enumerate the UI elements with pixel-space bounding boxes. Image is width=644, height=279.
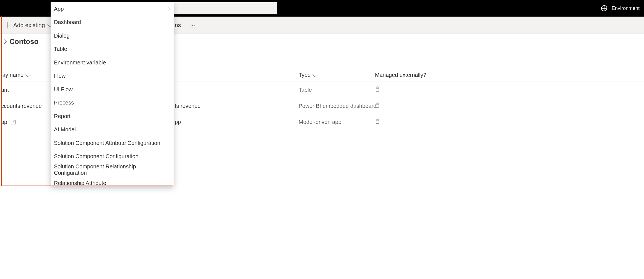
menu-item-label: Solution Component Configuration <box>54 153 139 160</box>
cell-display-name-text: pp <box>1 119 7 125</box>
cell-display-name: pp <box>1 119 15 125</box>
menu-item-ui-flow[interactable]: UI Flow <box>51 83 174 96</box>
cell-display-name: ccounts revenue <box>1 103 42 109</box>
cell-type: Power BI embedded dashboard <box>299 103 376 109</box>
environment-switcher[interactable]: Environment <box>601 5 644 11</box>
environment-label: Environment <box>612 6 640 11</box>
open-external-icon[interactable] <box>11 120 15 124</box>
menu-list: App Dashboard Dialog Table Environment v… <box>51 2 174 186</box>
plus-icon <box>5 22 11 28</box>
column-type-label: Type <box>299 72 311 78</box>
column-type[interactable]: Type <box>299 72 317 78</box>
header-left-gap <box>0 0 51 17</box>
cell-type: Table <box>299 87 312 93</box>
cell-type: Model-driven app <box>299 119 341 125</box>
chevron-right-icon <box>166 7 170 11</box>
cell-display-name-partial: ts revenue <box>175 103 200 109</box>
menu-item-label: Environment variable <box>54 59 106 66</box>
menu-item-table[interactable]: Table <box>51 43 174 56</box>
menu-item-label: Dialog <box>54 33 70 39</box>
command-partial-text: ns <box>175 22 181 28</box>
menu-item-dashboard[interactable]: Dashboard <box>51 16 174 29</box>
column-display-name-label: lay name <box>1 72 24 78</box>
menu-item-dialog[interactable]: Dialog <box>51 29 174 43</box>
add-existing-label: Add existing <box>13 22 45 28</box>
menu-item-relationship-attribute[interactable]: Relationship Attribute <box>51 177 174 186</box>
column-managed-externally[interactable]: Managed externally? <box>375 72 426 78</box>
chevron-down-icon <box>313 72 318 77</box>
lock-icon <box>375 102 380 109</box>
chevron-right-icon <box>2 39 7 44</box>
lock-icon <box>375 118 380 125</box>
menu-item-flow[interactable]: Flow <box>51 69 174 83</box>
menu-item-environment-variable[interactable]: Environment variable <box>51 56 174 69</box>
menu-item-sc-attr-config[interactable]: Solution Component Attribute Configurati… <box>51 136 174 150</box>
add-existing-button[interactable]: Add existing <box>0 17 56 33</box>
menu-item-label: App <box>54 6 64 12</box>
globe-icon <box>601 5 607 11</box>
menu-item-label: Process <box>54 100 74 106</box>
menu-item-label: Dashboard <box>54 19 81 25</box>
lock-icon <box>375 86 380 93</box>
menu-item-label: Solution Component Attribute Configurati… <box>54 140 160 146</box>
menu-item-label: UI Flow <box>54 86 73 93</box>
menu-item-app[interactable]: App <box>51 2 174 16</box>
menu-item-label: AI Model <box>54 126 76 133</box>
menu-item-sc-config[interactable]: Solution Component Configuration <box>51 150 174 163</box>
cell-display-name-partial: pp <box>175 119 181 125</box>
menu-item-sc-rel-config[interactable]: Solution Component Relationship Configur… <box>51 163 174 177</box>
overflow-button[interactable]: ··· <box>189 21 196 29</box>
page-title: Contoso <box>9 37 38 46</box>
menu-item-label: Report <box>54 113 71 119</box>
cell-display-name: unt <box>1 87 9 93</box>
menu-item-label: Relationship Attribute <box>54 180 106 186</box>
menu-item-label: Table <box>54 46 67 52</box>
breadcrumb[interactable]: Contoso <box>3 37 38 46</box>
column-display-name[interactable]: lay name <box>1 72 30 78</box>
chevron-down-icon <box>25 72 31 77</box>
menu-item-report[interactable]: Report <box>51 109 174 123</box>
search-box[interactable] <box>174 2 277 14</box>
column-managed-externally-label: Managed externally? <box>375 72 426 78</box>
menu-item-ai-model[interactable]: AI Model <box>51 123 174 137</box>
menu-item-process[interactable]: Process <box>51 96 174 110</box>
menu-item-label: Flow <box>54 73 66 79</box>
add-existing-menu: App Dashboard Dialog Table Environment v… <box>51 2 174 186</box>
menu-item-label: Solution Component Relationship Configur… <box>54 163 170 176</box>
